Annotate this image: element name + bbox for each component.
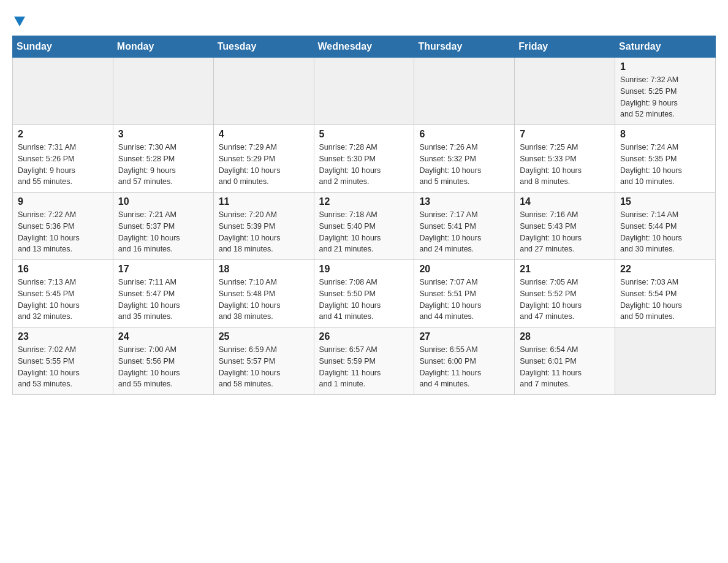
calendar-cell: 22Sunrise: 7:03 AM Sunset: 5:54 PM Dayli… <box>615 260 716 327</box>
calendar-cell: 13Sunrise: 7:17 AM Sunset: 5:41 PM Dayli… <box>414 193 515 260</box>
day-number: 26 <box>319 331 409 342</box>
calendar-cell: 15Sunrise: 7:14 AM Sunset: 5:44 PM Dayli… <box>615 193 716 260</box>
day-number: 7 <box>520 129 610 140</box>
calendar-cell <box>414 58 515 125</box>
calendar-cell <box>615 327 716 395</box>
day-number: 13 <box>419 196 509 207</box>
day-info: Sunrise: 7:24 AM Sunset: 5:35 PM Dayligh… <box>620 142 710 188</box>
day-number: 27 <box>419 331 509 342</box>
calendar-cell: 23Sunrise: 7:02 AM Sunset: 5:55 PM Dayli… <box>13 327 113 395</box>
header-monday: Monday <box>113 36 213 58</box>
day-number: 2 <box>18 129 108 140</box>
day-number: 23 <box>18 331 108 342</box>
day-info: Sunrise: 7:31 AM Sunset: 5:26 PM Dayligh… <box>18 142 108 188</box>
day-info: Sunrise: 7:03 AM Sunset: 5:54 PM Dayligh… <box>620 277 710 323</box>
day-number: 9 <box>18 196 108 207</box>
calendar-cell: 3Sunrise: 7:30 AM Sunset: 5:28 PM Daylig… <box>113 125 213 193</box>
header-thursday: Thursday <box>414 36 515 58</box>
day-info: Sunrise: 6:59 AM Sunset: 5:57 PM Dayligh… <box>219 344 309 390</box>
header-friday: Friday <box>515 36 615 58</box>
day-number: 1 <box>620 61 710 72</box>
calendar-cell: 12Sunrise: 7:18 AM Sunset: 5:40 PM Dayli… <box>314 193 414 260</box>
logo-triangle-icon <box>14 17 25 26</box>
calendar: Sunday Monday Tuesday Wednesday Thursday… <box>12 36 716 395</box>
logo-text <box>12 12 25 29</box>
day-number: 24 <box>118 331 208 342</box>
week-row-2: 2Sunrise: 7:31 AM Sunset: 5:26 PM Daylig… <box>13 125 716 193</box>
calendar-cell: 17Sunrise: 7:11 AM Sunset: 5:47 PM Dayli… <box>113 260 213 327</box>
calendar-cell <box>213 58 314 125</box>
calendar-cell: 1Sunrise: 7:32 AM Sunset: 5:25 PM Daylig… <box>615 58 716 125</box>
day-number: 16 <box>18 264 108 275</box>
calendar-cell: 2Sunrise: 7:31 AM Sunset: 5:26 PM Daylig… <box>13 125 113 193</box>
day-info: Sunrise: 7:18 AM Sunset: 5:40 PM Dayligh… <box>319 209 409 255</box>
calendar-cell: 8Sunrise: 7:24 AM Sunset: 5:35 PM Daylig… <box>615 125 716 193</box>
calendar-cell: 27Sunrise: 6:55 AM Sunset: 6:00 PM Dayli… <box>414 327 515 395</box>
calendar-cell: 20Sunrise: 7:07 AM Sunset: 5:51 PM Dayli… <box>414 260 515 327</box>
day-info: Sunrise: 7:17 AM Sunset: 5:41 PM Dayligh… <box>419 209 509 255</box>
day-info: Sunrise: 7:25 AM Sunset: 5:33 PM Dayligh… <box>520 142 610 188</box>
day-number: 19 <box>319 264 409 275</box>
header-wednesday: Wednesday <box>314 36 414 58</box>
header-saturday: Saturday <box>615 36 716 58</box>
calendar-cell: 7Sunrise: 7:25 AM Sunset: 5:33 PM Daylig… <box>515 125 615 193</box>
week-row-1: 1Sunrise: 7:32 AM Sunset: 5:25 PM Daylig… <box>13 58 716 125</box>
header-sunday: Sunday <box>13 36 113 58</box>
day-info: Sunrise: 7:02 AM Sunset: 5:55 PM Dayligh… <box>18 344 108 390</box>
day-info: Sunrise: 7:14 AM Sunset: 5:44 PM Dayligh… <box>620 209 710 255</box>
day-number: 10 <box>118 196 208 207</box>
calendar-cell: 10Sunrise: 7:21 AM Sunset: 5:37 PM Dayli… <box>113 193 213 260</box>
calendar-cell: 6Sunrise: 7:26 AM Sunset: 5:32 PM Daylig… <box>414 125 515 193</box>
day-number: 17 <box>118 264 208 275</box>
day-info: Sunrise: 7:20 AM Sunset: 5:39 PM Dayligh… <box>219 209 309 255</box>
header-tuesday: Tuesday <box>213 36 314 58</box>
day-info: Sunrise: 7:21 AM Sunset: 5:37 PM Dayligh… <box>118 209 208 255</box>
calendar-cell: 25Sunrise: 6:59 AM Sunset: 5:57 PM Dayli… <box>213 327 314 395</box>
page-header <box>12 12 716 29</box>
calendar-cell: 14Sunrise: 7:16 AM Sunset: 5:43 PM Dayli… <box>515 193 615 260</box>
calendar-cell: 21Sunrise: 7:05 AM Sunset: 5:52 PM Dayli… <box>515 260 615 327</box>
day-number: 20 <box>419 264 509 275</box>
day-info: Sunrise: 7:22 AM Sunset: 5:36 PM Dayligh… <box>18 209 108 255</box>
calendar-cell: 24Sunrise: 7:00 AM Sunset: 5:56 PM Dayli… <box>113 327 213 395</box>
day-info: Sunrise: 7:11 AM Sunset: 5:47 PM Dayligh… <box>118 277 208 323</box>
weekday-header-row: Sunday Monday Tuesday Wednesday Thursday… <box>13 36 716 58</box>
calendar-cell: 28Sunrise: 6:54 AM Sunset: 6:01 PM Dayli… <box>515 327 615 395</box>
day-number: 8 <box>620 129 710 140</box>
week-row-5: 23Sunrise: 7:02 AM Sunset: 5:55 PM Dayli… <box>13 327 716 395</box>
calendar-cell <box>13 58 113 125</box>
day-info: Sunrise: 6:54 AM Sunset: 6:01 PM Dayligh… <box>520 344 610 390</box>
day-info: Sunrise: 7:28 AM Sunset: 5:30 PM Dayligh… <box>319 142 409 188</box>
day-number: 28 <box>520 331 610 342</box>
calendar-cell: 4Sunrise: 7:29 AM Sunset: 5:29 PM Daylig… <box>213 125 314 193</box>
day-number: 11 <box>219 196 309 207</box>
calendar-cell: 11Sunrise: 7:20 AM Sunset: 5:39 PM Dayli… <box>213 193 314 260</box>
week-row-3: 9Sunrise: 7:22 AM Sunset: 5:36 PM Daylig… <box>13 193 716 260</box>
day-info: Sunrise: 6:55 AM Sunset: 6:00 PM Dayligh… <box>419 344 509 390</box>
day-number: 3 <box>118 129 208 140</box>
day-info: Sunrise: 7:05 AM Sunset: 5:52 PM Dayligh… <box>520 277 610 323</box>
day-number: 15 <box>620 196 710 207</box>
calendar-cell <box>314 58 414 125</box>
calendar-cell: 9Sunrise: 7:22 AM Sunset: 5:36 PM Daylig… <box>13 193 113 260</box>
logo <box>12 12 25 29</box>
day-info: Sunrise: 7:13 AM Sunset: 5:45 PM Dayligh… <box>18 277 108 323</box>
day-number: 6 <box>419 129 509 140</box>
day-number: 14 <box>520 196 610 207</box>
day-number: 25 <box>219 331 309 342</box>
day-info: Sunrise: 7:08 AM Sunset: 5:50 PM Dayligh… <box>319 277 409 323</box>
day-info: Sunrise: 7:16 AM Sunset: 5:43 PM Dayligh… <box>520 209 610 255</box>
day-number: 5 <box>319 129 409 140</box>
calendar-cell: 19Sunrise: 7:08 AM Sunset: 5:50 PM Dayli… <box>314 260 414 327</box>
day-info: Sunrise: 7:29 AM Sunset: 5:29 PM Dayligh… <box>219 142 309 188</box>
calendar-cell <box>113 58 213 125</box>
day-info: Sunrise: 7:26 AM Sunset: 5:32 PM Dayligh… <box>419 142 509 188</box>
day-number: 18 <box>219 264 309 275</box>
day-number: 22 <box>620 264 710 275</box>
day-info: Sunrise: 7:10 AM Sunset: 5:48 PM Dayligh… <box>219 277 309 323</box>
day-info: Sunrise: 7:00 AM Sunset: 5:56 PM Dayligh… <box>118 344 208 390</box>
day-info: Sunrise: 6:57 AM Sunset: 5:59 PM Dayligh… <box>319 344 409 390</box>
day-number: 12 <box>319 196 409 207</box>
week-row-4: 16Sunrise: 7:13 AM Sunset: 5:45 PM Dayli… <box>13 260 716 327</box>
day-info: Sunrise: 7:32 AM Sunset: 5:25 PM Dayligh… <box>620 74 710 120</box>
